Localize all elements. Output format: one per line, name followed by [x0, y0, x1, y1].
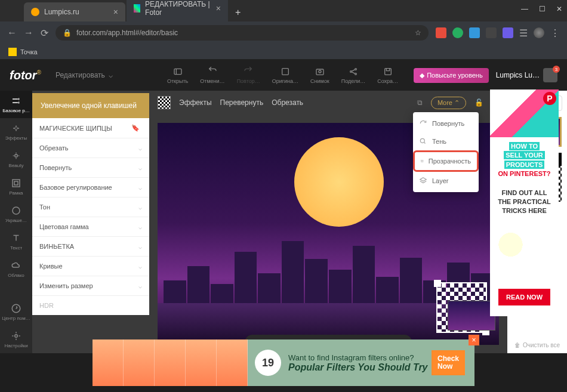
panel-item-curves[interactable]: Кривые⌵	[32, 257, 149, 276]
toolbar-effects[interactable]: Эффекты	[179, 98, 212, 107]
trash-icon: 🗑	[514, 342, 520, 348]
chevron-down-icon: ⌵	[138, 184, 142, 191]
nav-basic[interactable]: Базовое р…	[0, 91, 32, 118]
forward-icon[interactable]: →	[24, 27, 33, 38]
panel-item-magic[interactable]: МАГИЧЕСКИЕ ЩИПЦЫ🔖	[32, 118, 149, 138]
bookmark-item[interactable]: Точка	[20, 48, 38, 55]
panel-item-crop[interactable]: Обрезать⌵	[32, 138, 149, 158]
nav-cloud[interactable]: Облако	[0, 255, 32, 283]
reload-icon[interactable]: ⟳	[41, 27, 48, 39]
clear-all-button[interactable]: 🗑Очистить все	[514, 342, 560, 348]
nav-text[interactable]: Текст	[0, 228, 32, 255]
minimize-icon[interactable]: —	[521, 5, 528, 13]
extension-icon[interactable]	[486, 27, 497, 38]
redo-button[interactable]: Повтор…	[233, 67, 264, 84]
star-icon[interactable]: ☆	[415, 29, 421, 37]
profile-avatar-icon[interactable]	[534, 27, 544, 38]
chevron-down-icon: ⌵	[138, 224, 142, 230]
chevron-down-icon: ⌵	[138, 165, 142, 171]
browser-tabstrip: Lumpics.ru× РЕДАКТИРОВАТЬ | Fotor× + — ☐…	[0, 0, 567, 21]
top-actions: Открыть Отмени… Повтор… Оригина… Снимок …	[164, 67, 402, 84]
bookmark-icon: 🔖	[131, 124, 140, 132]
back-icon[interactable]: ←	[7, 27, 17, 38]
panel-header[interactable]: Увелечение одной клавишей	[32, 93, 149, 118]
svg-rect-9	[13, 180, 20, 187]
browser-tab-active[interactable]: РЕДАКТИРОВАТЬ | Fotor×	[127, 0, 228, 21]
open-button[interactable]: Открыть	[164, 67, 192, 84]
dropdown-rotate[interactable]: Повернуть	[413, 115, 479, 132]
save-button[interactable]: Сохра…	[374, 67, 402, 84]
pinterest-ad[interactable]: P HOW TO SELL YOUR PRODUCTS ON PINTEREST…	[490, 89, 559, 316]
chevron-down-icon: ⌵	[109, 71, 113, 79]
address-bar[interactable]: 🔒 fotor.com/app.html#/editor/basic ☆	[56, 25, 429, 41]
extension-icon[interactable]	[452, 27, 463, 38]
original-button[interactable]: Оригина…	[269, 67, 302, 84]
nav-settings[interactable]: Настройки	[0, 326, 32, 353]
extension-icon[interactable]	[503, 27, 513, 38]
svg-rect-7	[384, 68, 391, 75]
ad-close-button[interactable]: ×	[469, 335, 479, 345]
lock-icon[interactable]: 🔓	[474, 98, 483, 107]
extension-icon[interactable]	[469, 27, 480, 38]
tab-close-icon[interactable]: ×	[113, 7, 118, 17]
share-button[interactable]: Подели…	[338, 67, 369, 84]
svg-point-2	[319, 70, 321, 73]
ad-headline: HOW TO SELL YOUR PRODUCTS ON PINTEREST?	[490, 137, 559, 184]
dropdown-opacity[interactable]: Прозрачность	[413, 150, 479, 172]
panel-item-rotate[interactable]: Повернуть⌵	[32, 158, 149, 178]
lock-icon: 🔒	[63, 29, 72, 37]
snapshot-button[interactable]: Снимок	[307, 67, 333, 84]
fotor-logo[interactable]: fotor®	[10, 69, 41, 82]
nav-stickers[interactable]: Украше…	[0, 200, 32, 228]
maximize-icon[interactable]: ☐	[539, 5, 546, 13]
upgrade-button[interactable]: ◆Повысьте уровень	[414, 68, 489, 83]
bottom-banner-ad[interactable]: × 19 Want to find Instagram filters onli…	[93, 339, 474, 386]
extension-icon[interactable]	[436, 27, 446, 38]
browser-tab[interactable]: Lumpics.ru×	[24, 2, 125, 21]
canvas-area: Эффекты Перевернуть Обрезать ⧉ More ⌃ 🔓 …	[149, 91, 507, 353]
ad-text: Want to find Instagram filters online?Po…	[288, 353, 428, 373]
user-menu[interactable]: Lumpics Lu…	[496, 68, 557, 82]
ad-image	[93, 339, 248, 386]
pinterest-icon: P	[543, 92, 556, 105]
nav-beauty[interactable]: Beauty	[0, 146, 32, 173]
toolbar-crop[interactable]: Обрезать	[272, 98, 303, 107]
svg-point-14	[420, 138, 424, 143]
menu-icon[interactable]: ⋮	[550, 27, 560, 39]
bookmarks-bar: Точка	[0, 44, 567, 60]
avatar	[543, 68, 557, 82]
dropdown-shadow[interactable]: Тень	[413, 132, 479, 150]
close-icon[interactable]: ✕	[556, 5, 562, 13]
ad-cta-button[interactable]: READ NOW	[498, 289, 550, 305]
canvas-moon	[294, 137, 384, 227]
panel-item-color[interactable]: Цветовая гамма⌵	[32, 217, 149, 237]
copy-icon[interactable]: ⧉	[417, 98, 423, 107]
toolbar-flip[interactable]: Перевернуть	[220, 98, 264, 107]
ad-product-image	[490, 221, 559, 280]
reading-list-icon[interactable]: ☰	[519, 27, 528, 39]
navigator-thumbnail[interactable]	[448, 301, 495, 331]
chevron-down-icon: ⌵	[138, 204, 142, 211]
panel-item-tone[interactable]: Тон⌵	[32, 197, 149, 217]
nav-help[interactable]: Центр пом…	[0, 298, 32, 326]
undo-button[interactable]: Отмени…	[196, 67, 228, 84]
panel-item-vignette[interactable]: ВИНЬЕТКА⌵	[32, 237, 149, 257]
qr-thumbnail-icon[interactable]	[158, 96, 171, 109]
svg-point-4	[350, 70, 352, 72]
panel-item-hdr[interactable]: HDR	[32, 296, 149, 315]
panel-item-basic-adj[interactable]: Базовое регулирование⌵	[32, 178, 149, 197]
adjustments-panel: Увелечение одной клавишей МАГИЧЕСКИЕ ЩИП…	[32, 91, 149, 353]
more-button[interactable]: More ⌃	[431, 97, 466, 109]
chevron-down-icon: ⌵	[138, 263, 142, 270]
ad-cta-button[interactable]: CheckNow	[432, 350, 465, 375]
mode-selector[interactable]: Редактировать⌵	[56, 71, 113, 79]
panel-item-resize[interactable]: Изменить размер⌵	[32, 276, 149, 296]
dropdown-layer[interactable]: Layer	[413, 172, 479, 190]
favicon-icon	[134, 4, 140, 13]
tab-close-icon[interactable]: ×	[216, 4, 221, 13]
nav-frames[interactable]: Рамка	[0, 173, 32, 200]
new-tab-button[interactable]: +	[229, 4, 246, 21]
svg-point-13	[15, 335, 18, 338]
nav-effects[interactable]: Эффекты	[0, 118, 32, 146]
svg-rect-10	[14, 181, 18, 185]
